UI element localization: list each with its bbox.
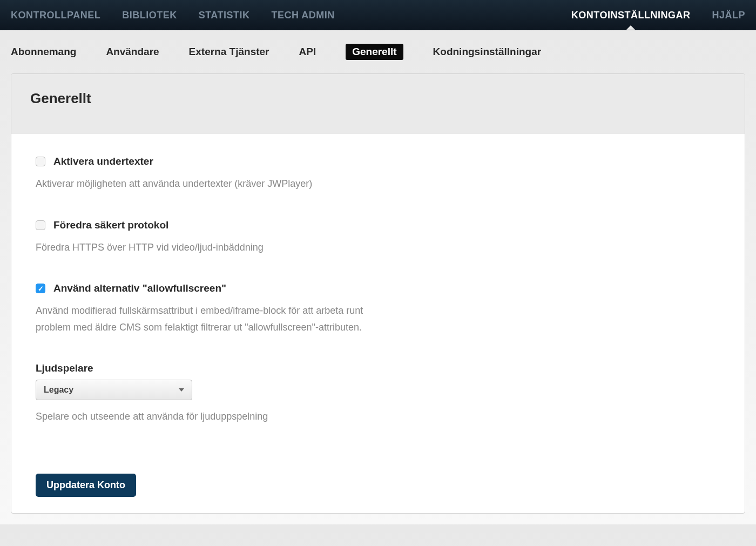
select-audio-player-value: Legacy [44,385,73,395]
sub-navigation: Abonnemang Användare Externa Tjänster AP… [0,30,756,73]
update-account-button[interactable]: Uppdatera Konto [36,474,136,497]
label-audio-player: Ljudspelare [36,362,720,374]
panel-title: Generellt [30,90,726,107]
label-secure-protocol: Föredra säkert protokol [53,219,168,231]
nav-kontoinstallningar[interactable]: KONTOINSTÄLLNINGAR [571,10,691,21]
setting-allow-fullscreen: Använd alternativ "allowfullscreen" Anvä… [36,282,720,335]
label-allow-fullscreen: Använd alternativ "allowfullscreen" [53,282,226,294]
setting-audio-player: Ljudspelare Legacy Spelare och utseende … [36,362,720,425]
nav-hjalp[interactable]: HJÄLP [712,10,745,21]
select-audio-player[interactable]: Legacy [36,380,192,400]
nav-kontrollpanel[interactable]: KONTROLLPANEL [11,10,100,21]
subnav-generellt[interactable]: Generellt [346,44,403,60]
checkbox-allow-fullscreen[interactable] [36,284,45,293]
subnav-externa-tjanster[interactable]: Externa Tjänster [189,46,269,58]
card-header: Generellt [11,74,745,134]
setting-subtitles: Aktivera undertexter Aktiverar möjlighet… [36,156,720,192]
subnav-anvandare[interactable]: Användare [106,46,159,58]
desc-allow-fullscreen: Använd modifierad fullskärmsattribut i e… [36,302,387,335]
subnav-abonnemang[interactable]: Abonnemang [11,46,76,58]
label-subtitles: Aktivera undertexter [53,156,153,167]
nav-tech-admin[interactable]: TECH ADMIN [271,10,334,21]
nav-statistik[interactable]: STATISTIK [199,10,250,21]
settings-card: Generellt Aktivera undertexter Aktiverar… [11,73,745,514]
desc-audio-player: Spelare och utseende att använda för lju… [36,408,387,425]
top-navigation: KONTROLLPANEL BIBLIOTEK STATISTIK TECH A… [0,0,756,30]
chevron-down-icon [179,388,184,392]
setting-secure-protocol: Föredra säkert protokol Föredra HTTPS öv… [36,219,720,256]
card-body: Aktivera undertexter Aktiverar möjlighet… [11,134,745,513]
desc-subtitles: Aktiverar möjligheten att använda undert… [36,176,387,192]
checkbox-subtitles[interactable] [36,157,45,166]
nav-bibliotek[interactable]: BIBLIOTEK [122,10,177,21]
subnav-kodningsinstallningar[interactable]: Kodningsinställningar [433,46,542,58]
desc-secure-protocol: Föredra HTTPS över HTTP vid video/ljud-i… [36,239,387,256]
subnav-api[interactable]: API [299,46,316,58]
checkbox-secure-protocol[interactable] [36,220,45,230]
